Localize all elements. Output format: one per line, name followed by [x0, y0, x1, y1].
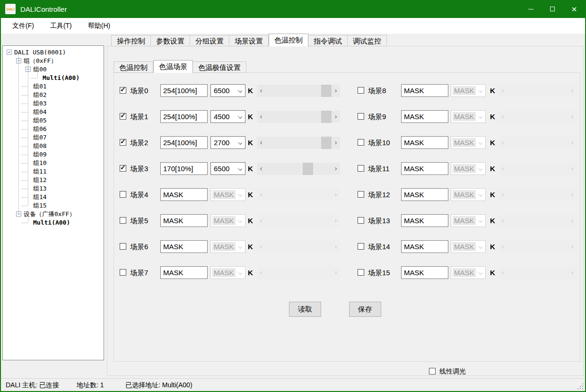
tree-item[interactable]: Multi(A00) — [3, 218, 102, 227]
menu-item-0[interactable]: 文件(F) — [6, 19, 41, 33]
chevron-down-icon — [478, 166, 482, 171]
scene-cct-select[interactable]: MASK — [451, 240, 486, 253]
tab-0[interactable]: 操作控制 — [111, 35, 151, 46]
menu-item-1[interactable]: 工具(T) — [44, 19, 79, 33]
tree-item[interactable]: 组14 — [3, 193, 102, 201]
tab-5[interactable]: 指令调试 — [308, 35, 348, 46]
scroll-right-icon: › — [568, 267, 577, 279]
scene-row: 场景9MASKK‹› — [114, 110, 580, 123]
chevron-down-icon — [478, 114, 482, 119]
app-icon: DALI — [5, 4, 16, 14]
tree-item[interactable]: 组00 — [3, 65, 102, 74]
tree-item[interactable]: 组03 — [3, 99, 102, 108]
tree-item[interactable]: 组13 — [3, 184, 102, 193]
scene-level-input[interactable] — [401, 136, 448, 149]
scene-level-input[interactable] — [401, 162, 448, 175]
titlebar: DALI DALIController ✕ — [1, 0, 585, 18]
save-button[interactable]: 保存 — [349, 302, 381, 317]
tree-item[interactable]: Multi(A00) — [3, 74, 102, 82]
scene-level-scrollbar: ‹› — [499, 163, 577, 175]
tree-item[interactable]: 组04 — [3, 108, 102, 116]
scene-cct-select[interactable]: MASK — [451, 188, 486, 201]
scene-level-input[interactable] — [401, 110, 448, 123]
close-button[interactable]: ✕ — [563, 0, 585, 18]
tree-item[interactable]: 组（0xFF） — [3, 57, 102, 65]
scroll-left-icon: ‹ — [499, 137, 507, 149]
tree-item-label: 组06 — [33, 125, 47, 133]
scene-level-scrollbar: ‹› — [499, 111, 577, 123]
scene-cct-select[interactable]: MASK — [451, 84, 486, 97]
tree-item[interactable]: 组07 — [3, 133, 102, 142]
chevron-down-icon — [478, 140, 482, 145]
scene-cct-select[interactable]: MASK — [451, 266, 486, 279]
minimize-icon — [528, 9, 534, 9]
tree-item[interactable]: 组08 — [3, 142, 102, 150]
minimize-button[interactable] — [520, 0, 542, 18]
scroll-right-icon: › — [568, 215, 577, 227]
kelvin-unit-label: K — [490, 240, 495, 253]
scene-label: 场景13 — [368, 214, 390, 227]
tree-item[interactable]: 组06 — [3, 125, 102, 133]
scene-level-input[interactable] — [401, 214, 448, 227]
scene-checkbox[interactable] — [358, 243, 364, 250]
tree-guide — [21, 180, 28, 181]
scene-checkbox[interactable] — [358, 139, 364, 146]
tree-item-label: Multi(A00) — [33, 218, 70, 227]
tree-item[interactable]: 组09 — [3, 150, 102, 159]
tab-2[interactable]: 分组设置 — [190, 35, 229, 46]
tab-1[interactable]: 参数设置 — [151, 35, 190, 46]
tree-item[interactable]: 组02 — [3, 91, 102, 99]
sub-tabstrip: 色温控制色温场景色温极值设置 — [114, 60, 246, 73]
scene-level-scrollbar: ‹› — [499, 241, 577, 253]
scene-checkbox[interactable] — [358, 191, 364, 198]
tree-item[interactable]: 组12 — [3, 176, 102, 184]
scene-level-input[interactable] — [401, 240, 448, 253]
tab-4[interactable]: 色温控制 — [269, 34, 308, 46]
menu-item-2[interactable]: 帮助(H) — [81, 19, 117, 33]
scene-level-input[interactable] — [401, 266, 448, 279]
tree-item[interactable]: 组15 — [3, 201, 102, 210]
kelvin-unit-label: K — [490, 84, 495, 97]
tree-item-label: 组02 — [33, 91, 47, 99]
linear-dimming-label: 线性调光 — [439, 367, 466, 376]
tree-guide — [21, 112, 28, 113]
subtab-0[interactable]: 色温控制 — [114, 61, 153, 73]
scene-level-scrollbar: ‹› — [499, 85, 577, 97]
subtab-1[interactable]: 色温场景 — [153, 60, 193, 73]
scene-checkbox[interactable] — [358, 165, 364, 172]
scene-checkbox[interactable] — [358, 269, 364, 276]
tree-item[interactable]: 设备（广播0xFF） — [3, 210, 102, 218]
read-button[interactable]: 读取 — [289, 302, 321, 317]
scene-row: 场景12MASKK‹› — [114, 188, 580, 201]
tab-3[interactable]: 场景设置 — [229, 35, 269, 46]
scene-checkbox[interactable] — [358, 87, 364, 94]
tree-guide — [21, 206, 28, 206]
maximize-button[interactable] — [542, 0, 563, 18]
subtab-2[interactable]: 色温极值设置 — [193, 61, 246, 73]
scene-level-input[interactable] — [401, 84, 448, 97]
cct-value: MASK — [453, 242, 476, 251]
scroll-left-icon: ‹ — [499, 189, 507, 201]
scene-cct-select[interactable]: MASK — [451, 136, 486, 149]
tree-collapse-icon[interactable] — [7, 50, 12, 55]
app-window: DALI DALIController ✕ 文件(F)工具(T)帮助(H) DA… — [0, 0, 586, 392]
resize-grip[interactable] — [577, 383, 583, 389]
tree-guide — [28, 63, 28, 206]
tree-item[interactable]: 组11 — [3, 167, 102, 176]
tree-item[interactable]: DALI USB(0001) — [3, 48, 102, 57]
scene-checkbox[interactable] — [358, 113, 364, 120]
tree-item[interactable]: 组05 — [3, 116, 102, 125]
linear-dimming-checkbox[interactable] — [429, 368, 436, 375]
scroll-left-icon: ‹ — [499, 215, 507, 227]
scene-cct-select[interactable]: MASK — [451, 162, 486, 175]
tab-6[interactable]: 调试监控 — [348, 35, 387, 46]
device-tree[interactable]: DALI USB(0001)组（0xFF）组00Multi(A00)组01组02… — [2, 45, 104, 360]
scene-cct-select[interactable]: MASK — [451, 214, 486, 227]
scene-checkbox[interactable] — [358, 217, 364, 224]
tree-item[interactable]: 组10 — [3, 159, 102, 167]
scene-cct-select[interactable]: MASK — [451, 110, 486, 123]
tree-item[interactable]: 组01 — [3, 82, 102, 91]
main-tabstrip: 操作控制参数设置分组设置场景设置色温控制指令调试调试监控 — [111, 34, 387, 46]
scene-level-input[interactable] — [401, 188, 448, 201]
scroll-right-icon: › — [568, 189, 577, 201]
